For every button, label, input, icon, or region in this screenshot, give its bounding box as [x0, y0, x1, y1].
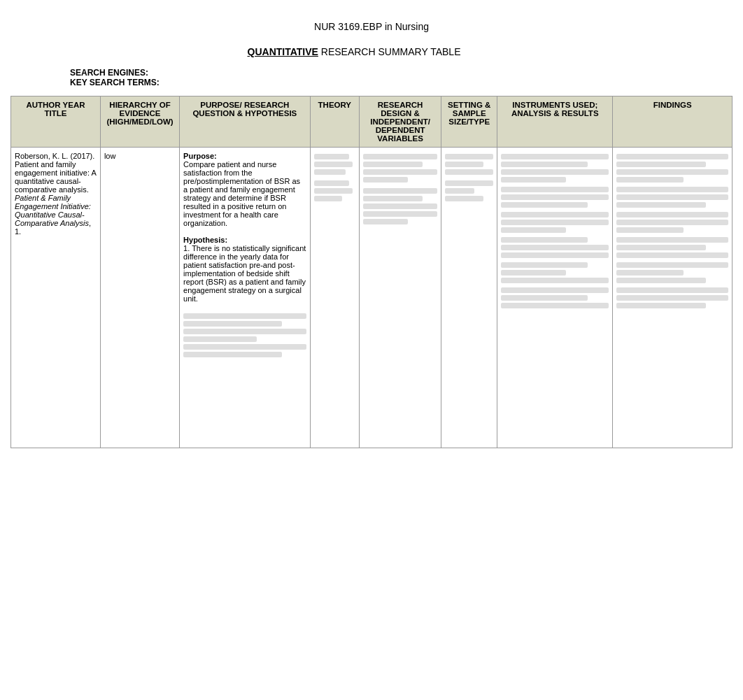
col-header-instruments: INSTRUMENTS USED; ANALYSIS & RESULTS: [497, 97, 613, 148]
search-terms: KEY SEARCH TERMS:: [70, 78, 733, 87]
col-header-setting: SETTING & SAMPLE SIZE/TYPE: [441, 97, 497, 148]
purpose-text: Compare patient and nurse satisfaction f…: [183, 160, 300, 227]
table-title: QUANTITATIVE RESEARCH SUMMARY TABLE: [10, 46, 733, 57]
table-row: Roberson, K. L. (2017). Patient and fami…: [11, 148, 733, 448]
findings-cell: [613, 148, 733, 448]
findings-blurred: [616, 154, 728, 308]
hypothesis-section: Hypothesis: 1. There is no statistically…: [183, 236, 306, 303]
page-container: NUR 3169.EBP in Nursing QUANTITATIVE RES…: [0, 0, 743, 448]
hypothesis-label: Hypothesis:: [183, 236, 227, 244]
page-title: NUR 3169.EBP in Nursing: [314, 21, 429, 32]
hypothesis-text: 1. There is no statistically significant…: [183, 244, 306, 303]
research-design-cell: [359, 148, 441, 448]
col-header-theory: THEORY: [310, 97, 359, 148]
col-header-research: RESEARCH DESIGN & INDEPENDENT/ DEPENDENT…: [359, 97, 441, 148]
page-header: NUR 3169.EBP in Nursing: [0, 0, 743, 46]
purpose-label: Purpose:: [183, 152, 217, 160]
instruments-cell: [497, 148, 613, 448]
table-section: QUANTITATIVE RESEARCH SUMMARY TABLE SEAR…: [0, 46, 743, 448]
search-engines: SEARCH ENGINES:: [70, 68, 733, 78]
setting-blurred: [445, 154, 493, 201]
purpose-section: Purpose: Compare patient and nurse satis…: [183, 152, 306, 227]
author-name: Roberson, K. L. (2017). Patient and fami…: [15, 152, 96, 194]
col-header-hierarchy: HIERARCHY of EVIDENCE (high/med/low): [100, 97, 179, 148]
col-header-purpose: PURPOSE/ RESEARCH QUESTION & HYPOTHESIS: [180, 97, 311, 148]
instruments-blurred: [501, 154, 609, 308]
theory-blurred: [314, 154, 355, 201]
table-title-suffix: RESEARCH SUMMARY TABLE: [318, 46, 461, 57]
purpose-cell: Purpose: Compare patient and nurse satis…: [180, 148, 311, 448]
hierarchy-value: low: [104, 152, 116, 160]
table-header-row: AUTHOR YEAR TITLE HIERARCHY of EVIDENCE …: [11, 97, 733, 148]
col-header-author: AUTHOR YEAR TITLE: [11, 97, 101, 148]
quantitative-label: QUANTITATIVE: [248, 46, 318, 57]
theory-cell: [310, 148, 359, 448]
setting-cell: [441, 148, 497, 448]
research-table: AUTHOR YEAR TITLE HIERARCHY of EVIDENCE …: [10, 96, 733, 448]
research-blurred: [363, 154, 437, 224]
hierarchy-cell: low: [100, 148, 179, 448]
search-info-section: SEARCH ENGINES: KEY SEARCH TERMS:: [70, 68, 733, 87]
purpose-blurred-section: [183, 313, 306, 357]
author-cell: Roberson, K. L. (2017). Patient and fami…: [11, 148, 101, 448]
col-header-findings: FINDINGS: [613, 97, 733, 148]
author-title-italic: Patient & Family Engagement Initiative: [15, 194, 89, 210]
